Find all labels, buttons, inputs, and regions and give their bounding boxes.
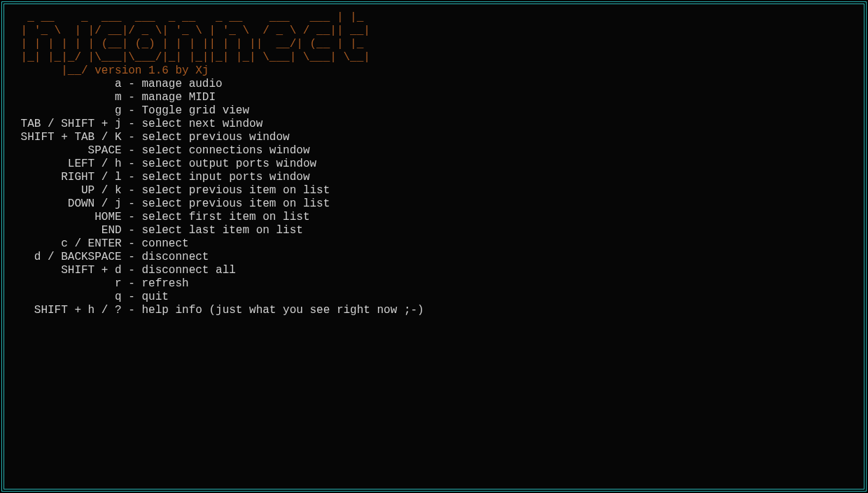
help-key: c / ENTER (14, 237, 122, 250)
help-separator: - (122, 277, 142, 290)
help-key: END (14, 224, 122, 237)
help-key: g (14, 104, 122, 117)
help-key: UP / k (14, 184, 122, 197)
help-line: c / ENTER - connect (14, 237, 854, 251)
help-separator: - (122, 251, 142, 263)
help-description: refresh (141, 277, 188, 290)
help-separator: - (122, 197, 142, 210)
help-key: SPACE (14, 144, 122, 157)
ascii-logo: _ __ _ ___ ___ _ __ _ __ ___ ___ | |_ | … (14, 11, 854, 64)
help-separator: - (122, 104, 142, 117)
help-separator: - (122, 118, 142, 130)
help-line: UP / k - select previous item on list (14, 184, 854, 197)
help-separator: - (122, 264, 142, 277)
help-description: disconnect (141, 251, 209, 263)
help-description: select last item on list (141, 224, 302, 237)
help-description: Toggle grid view (141, 104, 249, 117)
help-description: connect (141, 237, 188, 250)
help-line: SHIFT + d - disconnect all (14, 264, 854, 277)
help-description: select input ports window (141, 171, 309, 183)
help-line: d / BACKSPACE - disconnect (14, 251, 854, 264)
terminal-outer-frame: _ __ _ ___ ___ _ __ _ __ ___ ___ | |_ | … (1, 1, 867, 492)
help-description: select previous item on list (141, 184, 330, 197)
help-key: SHIFT + h / ? (14, 304, 122, 317)
help-separator: - (122, 211, 142, 223)
help-key: TAB / SHIFT + j (14, 118, 122, 130)
help-key: r (14, 277, 122, 290)
help-key: SHIFT + d (14, 264, 122, 277)
help-description: quit (141, 291, 168, 303)
help-line: DOWN / j - select previous item on list (14, 197, 854, 211)
help-line: r - refresh (14, 277, 854, 291)
help-line: END - select last item on list (14, 224, 854, 237)
help-key: a (14, 78, 122, 90)
help-description: manage audio (141, 78, 222, 90)
help-key: q (14, 291, 122, 303)
version-text: version 1.6 by Xj (94, 64, 209, 77)
help-line: g - Toggle grid view (14, 104, 854, 118)
help-description: disconnect all (141, 264, 235, 277)
help-separator: - (122, 144, 142, 157)
version-line: |__/ version 1.6 by Xj (14, 64, 854, 78)
help-line: SPACE - select connections window (14, 144, 854, 158)
help-line: SHIFT + TAB / K - select previous window (14, 131, 854, 144)
help-separator: - (122, 91, 142, 104)
help-line: HOME - select first item on list (14, 211, 854, 224)
help-line: SHIFT + h / ? - help info (just what you… (14, 304, 854, 317)
help-separator: - (122, 171, 142, 183)
help-line: q - quit (14, 291, 854, 304)
help-key: HOME (14, 211, 122, 223)
help-separator: - (122, 184, 142, 197)
help-line: a - manage audio (14, 78, 854, 91)
help-description: help info (just what you see right now ;… (141, 304, 424, 317)
help-description: select output ports window (141, 158, 316, 170)
help-description: manage MIDI (141, 91, 216, 104)
help-separator: - (122, 158, 142, 170)
help-key: LEFT / h (14, 158, 122, 170)
help-line: RIGHT / l - select input ports window (14, 171, 854, 184)
help-description: select first item on list (141, 211, 309, 223)
help-key: d / BACKSPACE (14, 251, 122, 263)
terminal-inner-frame: _ __ _ ___ ___ _ __ _ __ ___ ___ | |_ | … (4, 4, 864, 489)
help-line: m - manage MIDI (14, 91, 854, 104)
help-description: select connections window (141, 144, 309, 157)
help-key: SHIFT + TAB / K (14, 131, 122, 144)
version-prefix: |__/ (14, 64, 94, 77)
help-line: TAB / SHIFT + j - select next window (14, 118, 854, 131)
help-separator: - (122, 224, 142, 237)
help-separator: - (122, 291, 142, 303)
help-description: select next window (141, 118, 262, 130)
help-key: RIGHT / l (14, 171, 122, 183)
help-separator: - (122, 78, 142, 90)
help-separator: - (122, 131, 142, 144)
help-list: a - manage audio m - manage MIDI g - Tog… (14, 78, 854, 317)
help-separator: - (122, 304, 142, 317)
help-key: DOWN / j (14, 197, 122, 210)
help-key: m (14, 91, 122, 104)
help-separator: - (122, 237, 142, 250)
help-description: select previous item on list (141, 197, 330, 210)
help-line: LEFT / h - select output ports window (14, 158, 854, 171)
help-description: select previous window (141, 131, 289, 144)
